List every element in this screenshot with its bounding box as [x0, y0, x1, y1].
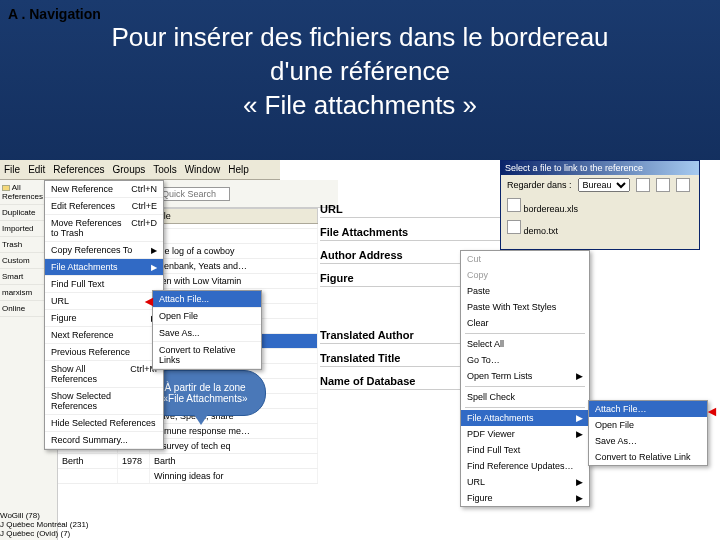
file-open-dialog[interactable]: Select a file to link to the reference R…: [500, 160, 700, 250]
online-item[interactable]: J Québec Montréal (231): [0, 520, 89, 529]
menu-item: Copy: [461, 267, 589, 283]
file-name: bordereau.xls: [524, 204, 579, 214]
menu-item[interactable]: File Attachments ▶: [45, 259, 163, 276]
app-menubar[interactable]: File Edit References Groups Tools Window…: [0, 160, 280, 180]
callout-line2: «File Attachments»: [162, 393, 247, 404]
title-line2: d'une référence: [0, 54, 720, 88]
menu-item[interactable]: Show Selected References: [45, 388, 163, 415]
folder-icon: [2, 185, 10, 191]
menu-item[interactable]: Figure▶: [461, 490, 589, 506]
bottom-online-list: WoGill (78) J Québec Montréal (231) J Qu…: [0, 511, 89, 538]
new-folder-icon[interactable]: [656, 178, 670, 192]
arrow-annotation-icon: ◄: [705, 403, 719, 419]
online-item[interactable]: J Québec (Ovid) (7): [0, 529, 89, 538]
references-dropdown: New ReferenceCtrl+NEdit ReferencesCtrl+E…: [44, 180, 164, 450]
menu-item[interactable]: Find Full Text: [461, 442, 589, 458]
menu-item[interactable]: Show All ReferencesCtrl+M: [45, 361, 163, 388]
menu-item[interactable]: Previous Reference: [45, 344, 163, 361]
menu-item[interactable]: Spell Check: [461, 389, 589, 405]
menu-groups[interactable]: Groups: [113, 164, 146, 175]
callout-line1: À partir de la zone: [162, 382, 247, 393]
menu-item[interactable]: Open File: [589, 417, 707, 433]
look-in-select[interactable]: Bureau: [578, 178, 630, 192]
title-line3: « File attachments »: [0, 88, 720, 122]
file-item[interactable]: bordereau.xls: [507, 198, 578, 214]
menu-item[interactable]: URL▶: [461, 474, 589, 490]
menu-item[interactable]: Convert to Relative Link: [589, 449, 707, 465]
file-icon: [507, 198, 521, 212]
context-menu: CutCopyPastePaste With Text StylesClearS…: [460, 250, 590, 507]
arrow-annotation-icon: ◄: [142, 293, 156, 309]
menu-item[interactable]: Next Reference: [45, 327, 163, 344]
menu-item[interactable]: Save As…: [589, 433, 707, 449]
menu-item[interactable]: Move References to TrashCtrl+D: [45, 215, 163, 242]
menu-item[interactable]: Attach File…: [589, 401, 707, 417]
menu-item[interactable]: PDF Viewer▶: [461, 426, 589, 442]
menu-edit[interactable]: Edit: [28, 164, 45, 175]
menu-references[interactable]: References: [53, 164, 104, 175]
context-submenu: Attach File…Open FileSave As…Convert to …: [588, 400, 708, 466]
menu-item[interactable]: Go To…: [461, 352, 589, 368]
menu-item[interactable]: Edit ReferencesCtrl+E: [45, 198, 163, 215]
menu-help[interactable]: Help: [228, 164, 249, 175]
menu-item[interactable]: New ReferenceCtrl+N: [45, 181, 163, 198]
menu-item[interactable]: Figure ▶: [45, 310, 163, 327]
file-attachments-submenu: Attach File...Open FileSave As...Convert…: [152, 290, 262, 370]
menu-item[interactable]: Open Term Lists▶: [461, 368, 589, 384]
menu-item[interactable]: Find Full Text: [45, 276, 163, 293]
menu-item[interactable]: Convert to Relative Links: [153, 342, 261, 369]
menu-file[interactable]: File: [4, 164, 20, 175]
menu-tools[interactable]: Tools: [153, 164, 176, 175]
table-row[interactable]: Berth1978Barth: [58, 454, 318, 469]
menu-item[interactable]: Clear: [461, 315, 589, 331]
menu-item[interactable]: Attach File...: [153, 291, 261, 308]
screenshot-area: File Edit References Groups Tools Window…: [0, 160, 720, 540]
menu-item[interactable]: File Attachments▶: [461, 410, 589, 426]
slide-title: Pour insérer des fichiers dans le border…: [0, 0, 720, 122]
file-item[interactable]: demo.txt: [507, 220, 558, 236]
file-name: demo.txt: [524, 226, 559, 236]
look-in-label: Regarder dans :: [507, 180, 572, 190]
menu-item[interactable]: Select All: [461, 336, 589, 352]
menu-item[interactable]: Copy References To ▶: [45, 242, 163, 259]
view-icon[interactable]: [676, 178, 690, 192]
menu-window[interactable]: Window: [185, 164, 221, 175]
col-title[interactable]: Title: [150, 209, 318, 223]
section-label: A . Navigation: [8, 6, 101, 22]
file-icon: [507, 220, 521, 234]
table-row[interactable]: Winning ideas for: [58, 469, 318, 484]
menu-item[interactable]: Save As...: [153, 325, 261, 342]
dialog-title: Select a file to link to the reference: [501, 161, 699, 175]
title-line1: Pour insérer des fichiers dans le border…: [0, 20, 720, 54]
up-folder-icon[interactable]: [636, 178, 650, 192]
menu-item: Cut: [461, 251, 589, 267]
menu-item[interactable]: Record Summary...: [45, 432, 163, 449]
menu-item[interactable]: Hide Selected References: [45, 415, 163, 432]
menu-item[interactable]: Find Reference Updates…: [461, 458, 589, 474]
quick-search-input[interactable]: [160, 187, 230, 201]
menu-item[interactable]: Open File: [153, 308, 261, 325]
menu-item[interactable]: Paste With Text Styles: [461, 299, 589, 315]
online-item[interactable]: WoGill (78): [0, 511, 89, 520]
menu-item[interactable]: Paste: [461, 283, 589, 299]
